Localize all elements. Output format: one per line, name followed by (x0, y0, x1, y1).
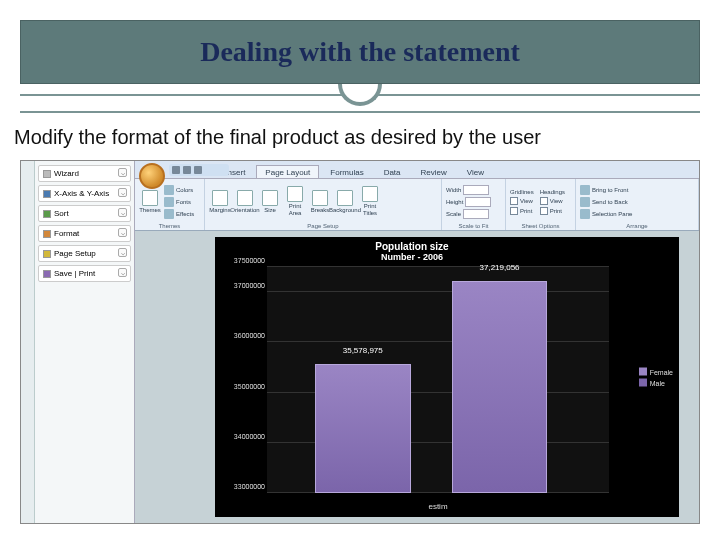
ribbon-group-arrange: Bring to Front Send to Back Selection Pa… (576, 179, 699, 230)
expand-icon[interactable]: ⌵ (118, 188, 127, 197)
x-category-label: estim (428, 502, 447, 511)
chart[interactable]: Population size Number - 2006 35,578,975 (215, 237, 679, 517)
fonts-icon (164, 197, 174, 207)
tab-view[interactable]: View (458, 165, 493, 178)
group-title: Scale to Fit (446, 223, 501, 229)
tab-review[interactable]: Review (412, 165, 456, 178)
square-icon (43, 210, 51, 218)
office-button[interactable] (139, 163, 165, 189)
wizard-item-sort[interactable]: Sort⌵ (38, 205, 131, 222)
bar-label-male: 37,219,056 (480, 263, 520, 272)
square-icon (43, 270, 51, 278)
bar-label-female: 35,578,975 (343, 346, 383, 355)
send-to-back-button[interactable]: Send to Back (580, 197, 632, 207)
gridline (267, 291, 609, 292)
qat-icon[interactable] (194, 166, 202, 174)
print-titles-button[interactable]: Print Titles (359, 186, 381, 217)
height-field[interactable]: Height (446, 197, 491, 207)
title-ornament (338, 84, 382, 106)
bar-male[interactable] (452, 281, 548, 493)
checkbox-icon (510, 207, 518, 215)
selection-pane-button[interactable]: Selection Pane (580, 209, 632, 219)
expand-icon[interactable]: ⌵ (118, 208, 127, 217)
square-icon (43, 230, 51, 238)
gridlines-view-checkbox[interactable]: View (510, 197, 534, 205)
breaks-icon (312, 190, 328, 206)
wizard-item-format[interactable]: Format⌵ (38, 225, 131, 242)
label: Height (446, 199, 463, 205)
swatch-icon (639, 379, 647, 387)
bring-to-front-button[interactable]: Bring to Front (580, 185, 632, 195)
group-title: Themes (139, 223, 200, 229)
legend-label: Female (650, 368, 673, 375)
swatch-icon (639, 368, 647, 376)
width-input[interactable] (463, 185, 489, 195)
slide: Dealing with the statement Modify the fo… (0, 0, 720, 540)
checkbox-icon (510, 197, 518, 205)
square-icon (43, 170, 51, 178)
qat-icon[interactable] (172, 166, 180, 174)
group-title: Sheet Options (510, 223, 571, 229)
tab-data[interactable]: Data (375, 165, 410, 178)
gridlines-print-checkbox[interactable]: Print (510, 207, 534, 215)
expand-icon[interactable]: ⌵ (118, 268, 127, 277)
legend-item-female: Female (639, 368, 673, 376)
breaks-button[interactable]: Breaks (309, 190, 331, 214)
excel-window: Home Insert Page Layout Formulas Data Re… (135, 161, 699, 523)
fonts-button[interactable]: Fonts (164, 197, 194, 207)
wizard-label: Page Setup (54, 249, 96, 258)
checkbox-icon (540, 197, 548, 205)
y-tick: 33000000 (219, 483, 265, 490)
width-field[interactable]: Width (446, 185, 491, 195)
label: Scale (446, 211, 461, 217)
label: Width (446, 187, 461, 193)
front-icon (580, 185, 590, 195)
orientation-button[interactable]: Orientation (234, 190, 256, 214)
bar-female[interactable] (315, 364, 411, 493)
expand-icon[interactable]: ⌵ (118, 168, 127, 177)
quick-access-toolbar[interactable] (169, 164, 229, 176)
y-tick: 36000000 (219, 332, 265, 339)
label: Colors (176, 187, 193, 193)
label: View (520, 198, 533, 204)
background-button[interactable]: Background (334, 190, 356, 214)
ribbon-group-sheet-options: Gridlines View Print Headings View Print… (506, 179, 576, 230)
colors-icon (164, 185, 174, 195)
chart-plot-area: 35,578,975 37,219,056 (267, 267, 609, 493)
print-titles-icon (362, 186, 378, 202)
wizard-item-saveprint[interactable]: Save | Print⌵ (38, 265, 131, 282)
headings-view-checkbox[interactable]: View (540, 197, 565, 205)
tab-page-layout[interactable]: Page Layout (256, 165, 319, 178)
size-button[interactable]: Size (259, 190, 281, 214)
checkbox-icon (540, 207, 548, 215)
ribbon-body: Themes Colors Fonts Effects Themes Margi… (135, 179, 699, 231)
label: Send to Back (592, 199, 628, 205)
legend-item-male: Male (639, 379, 673, 387)
tab-formulas[interactable]: Formulas (321, 165, 372, 178)
scale-input[interactable] (463, 209, 489, 219)
qat-icon[interactable] (183, 166, 191, 174)
effects-icon (164, 209, 174, 219)
app-screenshot: Wizard⌵ X-Axis & Y-Axis⌵ Sort⌵ Format⌵ P… (20, 160, 700, 524)
headings-print-checkbox[interactable]: Print (540, 207, 565, 215)
chart-title: Population size (215, 241, 609, 252)
group-title: Page Setup (209, 223, 437, 229)
wizard-item-pagesetup[interactable]: Page Setup⌵ (38, 245, 131, 262)
y-tick: 35000000 (219, 382, 265, 389)
group-title: Arrange (580, 223, 694, 229)
legend-label: Male (650, 379, 665, 386)
headings-label: Headings (540, 189, 565, 195)
wizard-item-axes[interactable]: X-Axis & Y-Axis⌵ (38, 185, 131, 202)
wizard-rail (21, 161, 35, 523)
label: Selection Pane (592, 211, 632, 217)
margins-button[interactable]: Margins (209, 190, 231, 214)
height-input[interactable] (465, 197, 491, 207)
print-area-button[interactable]: Print Area (284, 186, 306, 217)
scale-field[interactable]: Scale (446, 209, 491, 219)
colors-button[interactable]: Colors (164, 185, 194, 195)
effects-button[interactable]: Effects (164, 209, 194, 219)
expand-icon[interactable]: ⌵ (118, 248, 127, 257)
themes-button[interactable]: Themes (139, 190, 161, 214)
wizard-item-wizard[interactable]: Wizard⌵ (38, 165, 131, 182)
expand-icon[interactable]: ⌵ (118, 228, 127, 237)
